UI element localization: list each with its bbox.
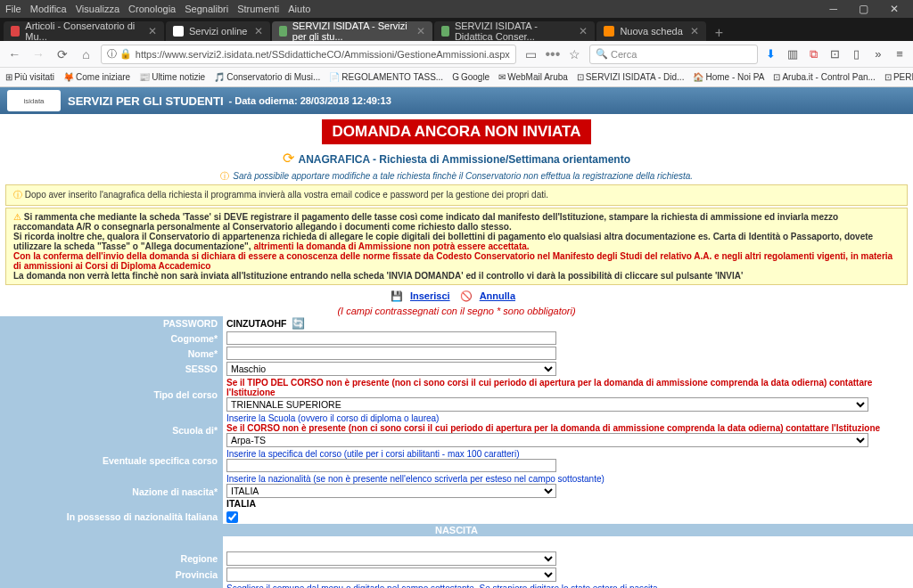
bookmark-item[interactable]: ⊡ PERLA PA - Home Page xyxy=(884,72,913,82)
browser-tab[interactable]: SERVIZI ISIDATA - Servizi per gli stu...… xyxy=(272,21,432,41)
hint-specifica: Inserire la specifica del corso (utile p… xyxy=(226,449,519,459)
label-nome: Nome* xyxy=(0,346,223,361)
info-text: Dopo aver inserito l'anagrafica della ri… xyxy=(25,190,548,200)
reader-icon[interactable]: ▭ xyxy=(522,45,540,64)
warn-icon: ⚠ xyxy=(13,212,21,222)
bookmark-item[interactable]: 📄 REGOLAMENTO TASS... xyxy=(329,72,443,82)
specifica-input[interactable] xyxy=(226,459,556,472)
label-scuola: Scuola di* xyxy=(0,412,223,448)
browser-tab[interactable]: Servizi online✕ xyxy=(166,21,270,41)
section-title: ANAGRAFICA - Richiesta di Ammissione/Set… xyxy=(298,153,630,166)
cancel-icon: 🚫 xyxy=(460,290,473,301)
page-content: isidata SERVIZI PER GLI STUDENTI - Data … xyxy=(0,87,913,588)
menu-visualizza[interactable]: Visualizza xyxy=(76,4,119,14)
bookmark-item[interactable]: 🦊 Come iniziare xyxy=(63,72,130,82)
window-close-icon[interactable]: ✕ xyxy=(890,3,899,15)
nome-input[interactable] xyxy=(226,347,556,360)
lock-icon: 🔒 xyxy=(119,48,132,60)
cognome-input[interactable] xyxy=(226,331,556,345)
form: PASSWORDCINZUTAOHF🔄 Cognome* Nome* SESSO… xyxy=(0,316,913,588)
action-bar: 💾Inserisci 🚫Annulla xyxy=(0,287,913,306)
password-value: CINZUTAOHF xyxy=(226,318,286,329)
window-minimize-icon[interactable]: ─ xyxy=(829,3,837,15)
download-icon[interactable]: ⬇ xyxy=(763,46,779,62)
app-header: isidata SERVIZI PER GLI STUDENTI - Data … xyxy=(0,87,913,114)
bookmark-item[interactable]: ⊡ SERVIZI ISIDATA - Did... xyxy=(577,72,685,82)
library-icon[interactable]: ▥ xyxy=(785,46,801,62)
search-placeholder: Cerca xyxy=(611,49,637,60)
url-input[interactable]: ⓘ 🔒https://www.servizi2.isidata.net/SSdi… xyxy=(101,45,516,64)
tab-favicon-icon xyxy=(441,26,448,37)
sesso-select[interactable]: Maschio xyxy=(226,362,556,376)
status-banner: DOMANDA ANCORA NON INVIATA xyxy=(322,119,592,144)
info-icon: ⓘ xyxy=(13,190,22,200)
tab-label: SERVIZI ISIDATA - Didattica Conser... xyxy=(455,20,572,42)
menu-segnalibri[interactable]: Segnalibri xyxy=(185,4,228,14)
warn-text-red: altrimenti la domanda di Ammissione non … xyxy=(253,241,529,251)
regen-password-icon[interactable]: 🔄 xyxy=(292,317,305,330)
addon-icon[interactable]: ⧉ xyxy=(806,46,822,62)
spacer xyxy=(0,536,223,551)
possesso-checkbox[interactable] xyxy=(226,511,238,523)
logo: isidata xyxy=(7,90,61,111)
browser-tab[interactable]: SERVIZI ISIDATA - Didattica Conser...✕ xyxy=(434,21,595,41)
label-sesso: SESSO xyxy=(0,361,223,377)
menu-icon[interactable]: ≡ xyxy=(892,46,908,62)
browser-tabbar: Articoli - Conservatorio di Mu...✕ Servi… xyxy=(0,18,913,41)
menu-cronologia[interactable]: Cronologia xyxy=(128,4,176,14)
section-note: Sarà possibile apportare modifiche a tal… xyxy=(233,171,693,181)
scuola-select[interactable]: Arpa-TS xyxy=(226,433,868,447)
url-text: https://www.servizi2.isidata.net/SSdidat… xyxy=(136,49,510,60)
window-maximize-icon[interactable]: ▢ xyxy=(859,3,868,15)
search-input[interactable]: 🔍 Cerca xyxy=(589,45,758,64)
nazione-select[interactable]: ITALIA xyxy=(226,484,556,498)
tab-close-icon[interactable]: ✕ xyxy=(254,25,263,37)
refresh-icon[interactable]: ⟳ xyxy=(283,151,294,166)
tab-favicon-icon xyxy=(279,26,286,37)
bookmark-item[interactable]: 📰 Ultime notizie xyxy=(139,72,205,82)
star-icon[interactable]: ☆ xyxy=(565,45,584,64)
tab-close-icon[interactable]: ✕ xyxy=(148,25,157,37)
bookmark-item[interactable]: ⊞ Più visitati xyxy=(5,72,54,82)
reload-button[interactable]: ⟳ xyxy=(53,45,71,64)
home-button[interactable]: ⌂ xyxy=(77,45,95,64)
tab-close-icon[interactable]: ✕ xyxy=(416,25,425,37)
menu-strumenti[interactable]: Strumenti xyxy=(237,4,279,14)
sidebar-icon[interactable]: ▯ xyxy=(849,46,865,62)
tab-favicon-icon xyxy=(173,26,184,37)
regione-select[interactable] xyxy=(226,551,556,566)
bookmark-item[interactable]: G Google xyxy=(452,72,489,82)
bookmark-item[interactable]: ⊡ Aruba.it - Control Pan... xyxy=(773,72,876,82)
required-note: (I campi contrassegnati con il segno * s… xyxy=(0,306,913,316)
provincia-select[interactable] xyxy=(226,568,556,582)
tab-close-icon[interactable]: ✕ xyxy=(690,25,699,37)
annulla-link[interactable]: Annulla xyxy=(480,290,515,301)
forward-button[interactable]: → xyxy=(29,45,48,64)
hint-nazione: Inserire la nazionalità (se non è presen… xyxy=(226,474,605,484)
warn-text: Si rammenta che mediante la scheda 'Tass… xyxy=(13,212,838,232)
warn-text-red: Con la conferma dell'invio della domanda… xyxy=(13,251,892,271)
search-icon: 🔍 xyxy=(596,48,608,60)
browser-tab[interactable]: Articoli - Conservatorio di Mu...✕ xyxy=(4,21,164,41)
warning-box: ⚠ Si rammenta che mediante la scheda 'Ta… xyxy=(5,208,908,285)
back-button[interactable]: ← xyxy=(5,45,24,64)
menu-aiuto[interactable]: Aiuto xyxy=(288,4,310,14)
warn-text: La domanda non verrà letta finchè non sa… xyxy=(13,271,743,281)
hint-tipocorso: Se il TIPO DEL CORSO non è presente (non… xyxy=(226,378,909,397)
label-tipocorso: Tipo del corso xyxy=(0,377,223,412)
hint-scuola2: Se il CORSO non è presente (non ci sono … xyxy=(226,423,880,433)
tab-label: Nuova scheda xyxy=(620,26,682,37)
overflow-icon[interactable]: » xyxy=(870,46,886,62)
inserisci-link[interactable]: Inserisci xyxy=(410,290,450,301)
bookmark-item[interactable]: ✉ WebMail Aruba xyxy=(498,72,568,82)
menu-modifica[interactable]: Modifica xyxy=(30,4,67,14)
bookmark-item[interactable]: 🏠 Home - Noi PA xyxy=(693,72,764,82)
bookmark-item[interactable]: 🎵 Conservatorio di Musi... xyxy=(214,72,320,82)
browser-tab[interactable]: Nuova scheda✕ xyxy=(596,21,705,41)
menu-file[interactable]: File xyxy=(5,4,21,14)
pocket-icon[interactable]: ⊡ xyxy=(827,46,843,62)
new-tab-button[interactable]: + xyxy=(708,25,730,41)
info-icon[interactable]: ⓘ xyxy=(107,47,117,61)
tab-close-icon[interactable]: ✕ xyxy=(579,25,588,37)
tipocorso-select[interactable]: TRIENNALE SUPERIORE xyxy=(226,397,868,412)
